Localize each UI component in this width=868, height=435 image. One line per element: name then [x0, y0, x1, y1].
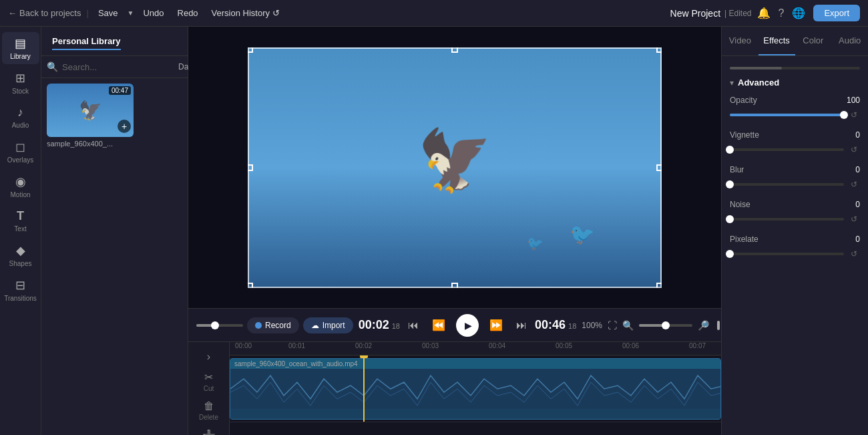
handle-top-center[interactable] [451, 47, 458, 53]
total-time-sub: 18 [568, 322, 576, 330]
clip-name: sample_960x400_ocean_with_audio.mp4 [234, 360, 358, 368]
sidebar-item-library[interactable]: ▤ Library [2, 32, 39, 64]
tl-tool-delete[interactable]: 🗑 Delete [192, 397, 226, 424]
sidebar-item-shapes[interactable]: ◆ Shapes [2, 239, 39, 271]
sidebar-item-text[interactable]: T Text [2, 205, 39, 237]
export-button[interactable]: Export [813, 5, 860, 21]
section-collapse-icon[interactable]: ▾ [730, 78, 734, 88]
preview-area: 🦅 🐦 🐦 [188, 27, 721, 308]
undo-button[interactable]: Undo [139, 6, 168, 20]
search-input[interactable] [62, 62, 174, 72]
right-panel-tabs: Video Effects Color Audio [722, 27, 868, 56]
svg-rect-6 [230, 369, 720, 409]
zoom-in-icon[interactable]: 🔎 [698, 320, 709, 331]
library-tab-label[interactable]: Personal Library [52, 36, 121, 50]
vignette-reset-button[interactable]: ↺ [848, 144, 860, 156]
notification-icon[interactable]: 🔔 [757, 7, 771, 19]
blur-reset-button[interactable]: ↺ [848, 178, 860, 190]
opacity-slider-thumb [840, 111, 848, 119]
skip-to-end-button[interactable]: ⏭ [513, 317, 529, 334]
play-button[interactable]: ▶ [456, 314, 479, 337]
controls-left: Record ☁ Import [196, 317, 353, 333]
pixelate-property: Pixelate 0 ↺ [730, 235, 860, 260]
fullscreen-icon[interactable]: ⛶ [608, 320, 617, 331]
tab-video[interactable]: Video [722, 27, 758, 55]
back-button-label: Back to projects [19, 8, 81, 18]
tl-tool-add-track[interactable]: ➕ Add Track [192, 426, 226, 435]
handle-top-right[interactable] [656, 47, 662, 53]
handle-bottom-right[interactable] [656, 283, 662, 288]
volume-slider[interactable] [196, 324, 243, 327]
import-button[interactable]: ☁ Import [303, 317, 353, 333]
help-icon[interactable]: ? [779, 7, 785, 19]
sidebar-item-transitions[interactable]: ⊟ Transitions [2, 274, 39, 306]
handle-bottom-center[interactable] [451, 283, 458, 288]
opacity-value: 100 [847, 96, 860, 105]
zoom-out-icon[interactable]: 🔍 [622, 320, 634, 331]
scroll-track[interactable] [730, 67, 860, 69]
fast-forward-button[interactable]: ⏩ [487, 316, 505, 334]
controls-center: 00:02 18 ⏮ ⏪ ▶ ⏩ ⏭ 00:46 18 [359, 314, 577, 337]
handle-top-left[interactable] [248, 47, 253, 53]
opacity-reset-button[interactable]: ↺ [848, 109, 860, 121]
topbar-left: ← Back to projects | Save ▼ Undo Redo Ve… [8, 6, 665, 20]
pixelate-slider[interactable] [730, 253, 844, 255]
handle-bottom-left[interactable] [248, 283, 253, 288]
version-history-button[interactable]: Version History ↺ [208, 6, 284, 20]
tl-tool-expand[interactable]: › [192, 347, 226, 366]
globe-icon[interactable]: 🌐 [792, 7, 805, 19]
sidebar-label-audio: Audio [12, 122, 29, 129]
media-add-button[interactable]: + [118, 120, 131, 133]
sidebar-item-stock[interactable]: ⊞ Stock [2, 67, 39, 99]
vignette-slider[interactable] [730, 148, 844, 151]
delete-icon: 🗑 [204, 400, 214, 412]
tab-audio[interactable]: Audio [831, 27, 868, 55]
video-clip[interactable]: sample_960x400_ocean_with_audio.mp4 [230, 358, 721, 420]
library-panel: Personal Library 🔍 Date ▾ ⚙ [41, 27, 188, 435]
pause-indicator[interactable] [714, 318, 721, 333]
handle-middle-right[interactable] [656, 164, 662, 171]
noise-reset-button[interactable]: ↺ [848, 213, 860, 225]
svg-text:🐦: 🐦 [570, 223, 595, 247]
back-button[interactable]: ← Back to projects [8, 8, 81, 18]
opacity-slider[interactable] [730, 114, 844, 116]
tab-effects[interactable]: Effects [758, 27, 795, 55]
save-dropdown-icon[interactable]: ▼ [128, 9, 134, 17]
tracks-area: sample_960x400_ocean_with_audio.mp4 [230, 355, 721, 422]
rewind-button[interactable]: ⏪ [429, 316, 448, 334]
zoom-thumb [662, 321, 670, 329]
tl-tool-cut[interactable]: ✂ Cut [192, 368, 226, 396]
volume-thumb [211, 321, 219, 329]
zoom-percent: 100% [582, 321, 602, 330]
total-time: 00:46 [535, 318, 566, 332]
blur-slider[interactable] [730, 183, 844, 186]
left-sidebar: ▤ Library ⊞ Stock ♪ Audio ◻ Overlays ◉ M… [0, 27, 41, 435]
record-button[interactable]: Record [247, 317, 299, 333]
media-thumb-item[interactable]: 🦅 00:47 + sample_960x400_... [47, 84, 134, 148]
playhead[interactable] [363, 355, 365, 422]
sidebar-label-library: Library [10, 53, 31, 60]
timeline-tools: › ✂ Cut 🗑 Delete ➕ Add Track [188, 342, 230, 435]
stock-icon: ⊞ [15, 71, 25, 86]
playhead-handle[interactable] [360, 355, 368, 358]
noise-slider-thumb [726, 215, 734, 223]
current-time-sub: 18 [392, 322, 400, 330]
scroll-indicator [730, 64, 860, 72]
save-button[interactable]: Save [94, 6, 122, 20]
sidebar-item-audio[interactable]: ♪ Audio [2, 102, 39, 133]
redo-button[interactable]: Redo [174, 6, 202, 20]
sidebar-item-overlays[interactable]: ◻ Overlays [2, 136, 39, 168]
clip-header: sample_960x400_ocean_with_audio.mp4 [230, 359, 720, 369]
back-arrow-icon: ← [8, 8, 17, 18]
sidebar-item-motion[interactable]: ◉ Motion [2, 170, 39, 202]
handle-middle-left[interactable] [248, 164, 253, 171]
svg-text:🦅: 🦅 [79, 100, 102, 122]
zoom-slider[interactable] [639, 324, 692, 327]
vignette-property: Vignette 0 ↺ [730, 130, 860, 156]
tab-color[interactable]: Color [795, 27, 832, 55]
skip-to-start-button[interactable]: ⏮ [405, 317, 421, 334]
video-frame: 🦅 🐦 🐦 [248, 47, 662, 288]
video-container: 🦅 🐦 🐦 [248, 47, 662, 288]
pixelate-reset-button[interactable]: ↺ [848, 248, 860, 260]
noise-slider[interactable] [730, 218, 844, 221]
